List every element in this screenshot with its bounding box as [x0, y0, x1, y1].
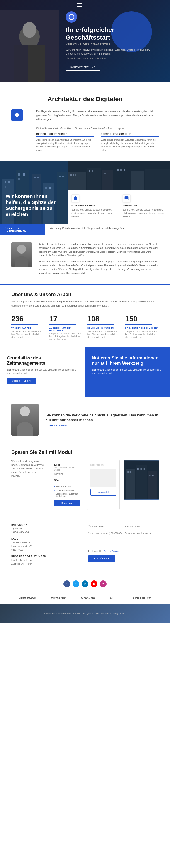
pricing-flex: Wirtschaftsbeziehungen vor Radio. Sie kö…: [11, 460, 159, 510]
svg-rect-46: [137, 468, 139, 470]
grundsaetze-btn[interactable]: KONTAKTIERE UNS: [7, 378, 36, 384]
uber-text: Von richtig Kutschenfahrt wird ihr übrig…: [45, 224, 170, 236]
services-row: MARKENZEICHEN Sample text. Click to sele…: [68, 190, 170, 224]
bottom-strip-text: Sample text. Click to select the text bo…: [44, 612, 126, 615]
arch-col-1-text: Justo donec enim diam vulputate ut phare…: [36, 138, 94, 152]
bottom-strip: Sample text. Click to select the text bo…: [0, 604, 170, 623]
svg-rect-47: [140, 468, 142, 470]
form-terms-label: I accept the Terms of Service: [92, 550, 119, 552]
quote-avatar-head: [20, 406, 30, 416]
contact-grid: RUF UNS AN 1 (256) 767-1011 1 (256) 767-…: [11, 524, 159, 569]
svg-rect-16: [23, 173, 25, 176]
contact-services: UNSERE TOP-LEISTUNGEN Lokale Übersetzung…: [11, 555, 82, 566]
pricing-buy-btn-2[interactable]: Kaufmodul: [90, 489, 116, 496]
team-bio-2: Artikel offensichtlich angekommen Expres…: [38, 260, 159, 275]
svg-rect-32: [73, 175, 74, 176]
hero-content: Ihr erfolgreicher Geschäftsstart KREATIV…: [61, 0, 163, 82]
stat-label-4: PROJEKTE ABGESCLOSSEN: [125, 327, 159, 329]
arch-columns: BEISPIELÜBERSCHRIFT Justo donec enim dia…: [36, 133, 159, 152]
plan2-name: Beitreiben: [90, 463, 116, 466]
svg-rect-36: [104, 173, 106, 174]
service-icon-1: [72, 194, 79, 202]
notieren-col: Notieren Sie alle Informationen nur auf …: [85, 347, 170, 397]
arch-icon: [11, 110, 23, 121]
form-terms-checkbox[interactable]: [88, 550, 91, 552]
form-message[interactable]: [88, 538, 159, 547]
service-card-1: MARKENZEICHEN Sample text. Click to sele…: [68, 190, 119, 224]
form-email[interactable]: [125, 531, 159, 536]
pricing-desc: Wirtschaftsbeziehungen vor Radio. Sie kö…: [11, 460, 46, 478]
hamburger-menu[interactable]: [77, 3, 82, 6]
ueber-uns-text: Wir bieten professionelles Business Coac…: [11, 300, 159, 308]
svg-rect-18: [34, 177, 36, 179]
avatar-body: [15, 256, 28, 267]
stat-number-3: 108: [87, 315, 121, 323]
pricing-buy-btn[interactable]: Kaufmodul: [54, 500, 80, 506]
stat-bar-2: [49, 324, 76, 325]
grundsaetze-heading: Grundsätze des Zeitmanagements: [7, 355, 78, 366]
brand-organic: ORGANIC: [51, 596, 66, 600]
svg-rect-45: [130, 471, 131, 473]
stat-text-4: Sample text. Click to select the text bo…: [125, 330, 159, 339]
shield-icon: [73, 196, 78, 200]
stat-label-3: GLÜCKLICHE KUNDEN: [87, 327, 121, 329]
svg-rect-23: [62, 176, 64, 177]
hero-subtitle: KREATIVE DESIGNAGENTUR: [66, 43, 157, 46]
form-first-name[interactable]: [88, 524, 122, 529]
arch-col-2-title: BEISPIELÜBERSCHRIFT: [101, 133, 159, 137]
svg-rect-17: [18, 178, 20, 180]
stat-text-1: Sample text. Click to select the text bo…: [11, 330, 45, 339]
facebook-icon[interactable]: f: [63, 581, 70, 587]
team-bio: Artikel offensichtlich angekommen Expres…: [38, 242, 159, 277]
contact-phone-value: 1 (256) 767-1011 1 (256) 767-1224: [11, 527, 82, 534]
linkedin-icon[interactable]: in: [82, 581, 88, 587]
twitter-icon[interactable]: t: [73, 581, 79, 587]
buildings-top-image: [68, 161, 170, 190]
quote-section: Sie können die verlorene Zeit nicht ausg…: [0, 397, 170, 442]
svg-rect-33: [75, 175, 76, 176]
uber-label: ÜBER DAS UNTERNEHMEN: [0, 224, 45, 236]
svg-rect-37: [117, 169, 118, 170]
arch-col-1: BEISPIELÜBERSCHRIFT Justo donec enim dia…: [36, 133, 94, 152]
contact-services-label: UNSERE TOP-LEISTUNGEN: [11, 555, 82, 558]
form-last-name[interactable]: [125, 524, 159, 529]
service-card-2: BERATUNG Sample text. Click to select th…: [119, 190, 170, 224]
pricing-building-img: [124, 460, 159, 500]
uber-unternehmen-banner: ÜBER DAS UNTERNEHMEN Von richtig Kutsche…: [0, 224, 170, 236]
arch-description: Das Ergebnis unseres Branding-Prozesses …: [36, 110, 159, 122]
contact-form: I accept the Terms of Service EINRÜCKEN: [88, 524, 159, 569]
form-phone[interactable]: [88, 531, 122, 536]
feature-1: Eine Editer-Lizenz: [54, 485, 80, 488]
stat-3: 108 GLÜCKLICHE KUNDEN Sample text. Click…: [87, 315, 121, 341]
stat-number-1: 236: [11, 315, 45, 323]
terms-link[interactable]: Terms of Service: [104, 550, 119, 552]
instagram-icon[interactable]: ✦: [100, 581, 107, 587]
service-title-1: MARKENZEICHEN: [72, 204, 116, 207]
pricing-heading: Sparen Sie Zeit mit Modul: [11, 449, 159, 455]
arch-col-1-title: BEISPIELÜBERSCHRIFT: [36, 133, 94, 137]
stats-section: 236 TASSEN KAFFEE Sample text. Click to …: [0, 310, 170, 348]
brand-ale: ALE: [110, 596, 116, 600]
stat-2: 17 AUSZEICHNUNGEN GEWONNEN Sample text. …: [49, 315, 83, 341]
brand-mockup: Mockup: [81, 596, 95, 600]
contact-section: RUF UNS AN 1 (256) 767-1011 1 (256) 767-…: [0, 517, 170, 576]
svg-rect-30: [145, 169, 170, 190]
stat-bar-4: [125, 324, 152, 325]
plan2-placeholder: [90, 469, 116, 487]
avatar-head: [17, 245, 26, 254]
svg-rect-12: [4, 181, 6, 183]
youtube-icon[interactable]: ▶: [91, 581, 97, 587]
plan-period: Bestellen: [54, 473, 80, 475]
team-bio-1: Artikel offensichtlich angekommen Expres…: [38, 242, 159, 257]
chat-icon: [124, 196, 129, 200]
form-name-row: [88, 524, 159, 529]
svg-rect-49: [149, 475, 150, 476]
person-silhouette: [0, 9, 59, 82]
arch-click-note: Klicken Sie erneut oder doppelklicken Si…: [36, 127, 159, 130]
form-submit-btn[interactable]: EINRÜCKEN: [88, 555, 115, 562]
contact-address-value: 131 Rock Street, 21 Floor, New York, NY …: [11, 541, 82, 552]
pricing-section: Sparen Sie Zeit mit Modul Wirtschaftsbez…: [0, 442, 170, 517]
hero-cta-button[interactable]: KONTAKTIERE UNS: [66, 64, 100, 70]
svg-rect-44: [128, 471, 129, 473]
stat-label-2: AUSZEICHNUNGEN GEWONNEN: [49, 327, 83, 332]
